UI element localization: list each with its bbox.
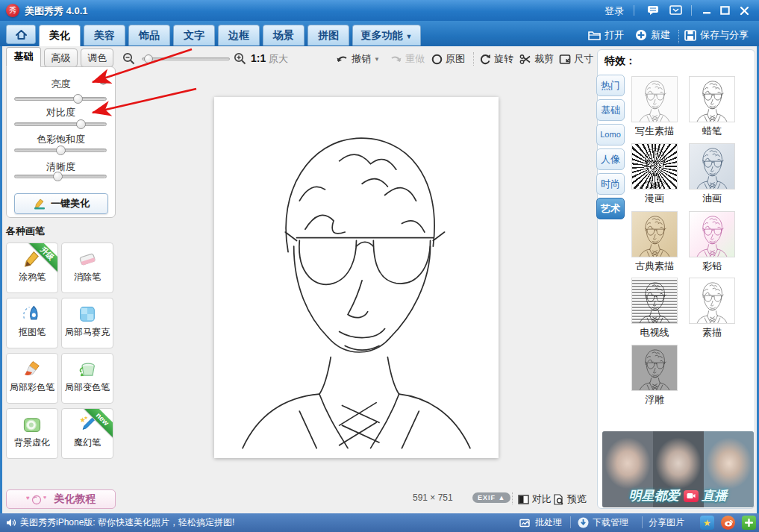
meitu-app-window: 秀 美图秀秀 4.0.1 登录 美化 美容 饰品 文字 边框 场景 拼图 更多功…	[0, 0, 759, 532]
sharpness-slider-thumb[interactable]	[53, 172, 63, 181]
undo-button[interactable]: 撤销 ▼	[336, 52, 380, 66]
effect-thumbnail	[689, 278, 735, 324]
maximize-icon[interactable]	[718, 4, 731, 16]
effect-tv-lines[interactable]: 电视线	[631, 278, 678, 339]
resize-label: 尺寸	[574, 52, 593, 66]
magic-pen-button[interactable]: ★★ 魔幻笔 new	[61, 408, 113, 459]
login-link[interactable]: 登录	[605, 4, 624, 18]
mosaic-icon	[77, 304, 98, 325]
crop-button[interactable]: 裁剪	[519, 52, 554, 66]
background-blur-label: 背景虚化	[7, 436, 57, 449]
home-icon	[15, 29, 28, 40]
plus-circle-icon	[635, 29, 647, 41]
effect-thumbnail	[631, 143, 678, 190]
category-portrait[interactable]: 人像	[596, 148, 625, 170]
undo-dropdown-icon[interactable]: ▼	[374, 56, 380, 63]
add-share-icon[interactable]	[742, 516, 756, 530]
effect-sketch[interactable]: 素描	[688, 278, 736, 339]
view-original-button[interactable]: 原图	[431, 52, 465, 66]
redo-button[interactable]: 重做	[390, 52, 425, 66]
saturation-slider[interactable]	[14, 148, 107, 152]
effect-oil-painting[interactable]: 油画	[688, 143, 736, 205]
tab-basic[interactable]: 基础	[6, 47, 41, 67]
contrast-slider[interactable]	[14, 122, 107, 126]
message-icon[interactable]	[646, 4, 660, 16]
app-title: 美图秀秀 4.0.1	[25, 4, 88, 18]
sharpness-slider[interactable]	[14, 175, 107, 178]
recolor-pen-button[interactable]: 局部变色笔	[61, 353, 113, 404]
effect-sketch-live[interactable]: 写生素描	[631, 76, 678, 138]
share-pictures-label: 分享图片	[649, 516, 684, 529]
save-share-button[interactable]: 保存与分享	[684, 28, 749, 42]
background-blur-button[interactable]: 背景虚化	[6, 408, 58, 459]
effect-thumbnail	[689, 211, 735, 257]
tab-more-features-label: 更多功能	[361, 29, 403, 41]
zoom-ratio-label: 1:1	[251, 52, 266, 64]
preview-button[interactable]: 预览	[553, 492, 587, 506]
home-button[interactable]	[6, 25, 36, 44]
effect-manga[interactable]: 漫画	[631, 143, 678, 205]
close-icon[interactable]	[737, 4, 751, 16]
tab-accessories[interactable]: 饰品	[128, 25, 170, 46]
category-basic[interactable]: 基础	[596, 99, 625, 121]
rotate-button[interactable]: 旋转	[479, 52, 513, 66]
tab-advanced[interactable]: 高级	[44, 48, 78, 67]
effect-emboss[interactable]: 浮雕	[631, 345, 678, 407]
compare-button[interactable]: 对比	[518, 492, 552, 506]
saturation-slider-thumb[interactable]	[56, 145, 66, 155]
save-share-label: 保存与分享	[700, 28, 749, 42]
zoom-out-button[interactable]	[122, 52, 135, 65]
tab-frames[interactable]: 边框	[218, 25, 260, 46]
tab-cosmetic[interactable]: 美容	[84, 25, 125, 46]
effect-crayon[interactable]: 蜡笔	[688, 76, 736, 138]
zoom-in-button[interactable]	[234, 52, 246, 65]
category-lomo[interactable]: Lomo	[596, 124, 625, 145]
one-click-beautify-button[interactable]: 一键美化	[14, 193, 108, 214]
zoom-slider[interactable]	[142, 57, 230, 60]
window-frame-left	[0, 46, 2, 513]
folder-icon	[588, 30, 601, 40]
statusbar-message-text: 美图秀秀iPhone版: 帮你快速美化照片，轻松搞定拼图!	[20, 516, 234, 529]
contrast-slider-thumb[interactable]	[76, 119, 86, 129]
batch-process-button[interactable]: 批处理	[519, 516, 562, 529]
tab-scenes[interactable]: 场景	[263, 25, 304, 46]
resize-button[interactable]: 尺寸	[559, 52, 593, 66]
effect-label: 电视线	[631, 326, 678, 339]
open-label: 打开	[605, 28, 624, 42]
brightness-slider[interactable]	[14, 97, 107, 101]
download-manager-button[interactable]: 下载管理	[578, 516, 628, 529]
eraser-pen-button[interactable]: 消除笔	[61, 242, 113, 293]
minimize-icon[interactable]	[700, 4, 713, 16]
category-hot[interactable]: 热门	[596, 75, 625, 96]
zoom-ratio-button[interactable]: 1:1	[251, 52, 266, 64]
category-art[interactable]: 艺术	[596, 198, 625, 219]
tab-text[interactable]: 文字	[173, 25, 215, 46]
tab-more-features[interactable]: 更多功能 ▼	[352, 25, 421, 46]
new-button[interactable]: 新建	[635, 28, 670, 42]
share-pictures-button[interactable]: 分享图片	[649, 516, 684, 529]
exif-badge[interactable]: EXIF ▲	[472, 492, 510, 503]
image-dimensions: 591 × 751	[413, 492, 453, 503]
doodle-pen-button[interactable]: 涂鸦笔 升级	[6, 242, 58, 293]
magic-pen-label: 魔幻笔	[62, 436, 113, 449]
effect-colored-pencil[interactable]: 彩铅	[688, 211, 736, 273]
doodle-pen-label: 涂鸦笔	[7, 271, 57, 284]
mosaic-button[interactable]: 局部马赛克	[61, 298, 113, 348]
mail-icon[interactable]	[669, 4, 682, 16]
effect-classic-sketch[interactable]: 古典素描	[631, 211, 678, 273]
open-button[interactable]: 打开	[588, 28, 624, 42]
color-brush-button[interactable]: 局部彩色笔	[6, 353, 58, 404]
tab-collage[interactable]: 拼图	[307, 25, 349, 46]
zoom-slider-thumb[interactable]	[144, 54, 153, 63]
svg-text:♥: ♥	[26, 495, 30, 501]
brightness-slider-thumb[interactable]	[73, 94, 83, 104]
ad-banner[interactable]: 明星都爱 直播	[602, 431, 754, 507]
canvas-image[interactable]	[214, 97, 499, 458]
qzone-icon[interactable]: ★	[700, 516, 714, 530]
weibo-icon[interactable]	[721, 516, 735, 530]
category-fashion[interactable]: 时尚	[596, 173, 625, 195]
tab-beautify[interactable]: 美化	[39, 25, 81, 46]
tab-color-tone[interactable]: 调色	[81, 48, 113, 67]
beautify-tutorial-button[interactable]: ♥♥ 美化教程	[6, 489, 116, 509]
cutout-pen-button[interactable]: 抠图笔	[6, 298, 58, 348]
